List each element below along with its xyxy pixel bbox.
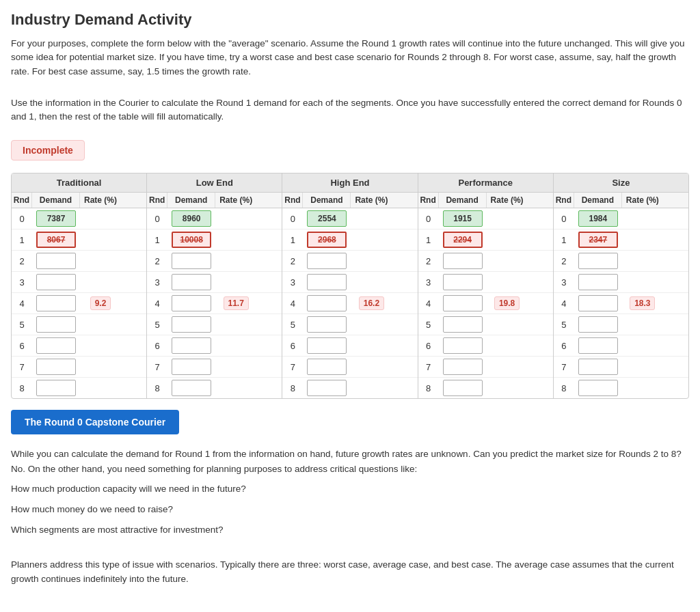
demand-input[interactable] — [578, 210, 618, 227]
cell-demand[interactable] — [439, 314, 487, 335]
demand-input[interactable] — [307, 337, 347, 354]
demand-input[interactable] — [36, 295, 76, 311]
cell-rnd: 1 — [147, 232, 167, 248]
demand-input[interactable] — [578, 359, 618, 375]
cell-demand[interactable] — [574, 314, 622, 335]
cell-demand[interactable] — [303, 293, 351, 314]
demand-input[interactable] — [443, 232, 483, 248]
demand-input[interactable] — [307, 210, 347, 227]
cell-demand[interactable] — [32, 293, 80, 314]
cell-demand[interactable] — [167, 208, 215, 229]
cell-demand[interactable] — [303, 314, 351, 335]
cell-demand[interactable] — [439, 208, 487, 229]
demand-input[interactable] — [307, 274, 347, 290]
cell-demand[interactable] — [303, 251, 351, 271]
demand-input[interactable] — [578, 380, 618, 396]
demand-input[interactable] — [578, 232, 618, 248]
cell-demand[interactable] — [303, 357, 351, 377]
table-row: 2 — [418, 251, 553, 272]
cell-demand[interactable] — [167, 251, 215, 271]
demand-input[interactable] — [578, 274, 618, 290]
cell-demand[interactable] — [574, 293, 622, 314]
cell-demand[interactable] — [439, 357, 487, 377]
demand-input[interactable] — [307, 380, 347, 396]
cell-demand[interactable] — [574, 378, 622, 398]
demand-input[interactable] — [36, 337, 76, 354]
demand-input[interactable] — [578, 316, 618, 333]
cell-rate: 9.2 — [80, 294, 121, 312]
cell-demand[interactable] — [32, 230, 80, 250]
demand-input[interactable] — [443, 316, 483, 333]
cell-demand[interactable] — [32, 378, 80, 398]
cell-demand[interactable] — [32, 272, 80, 292]
courier-button[interactable]: The Round 0 Capstone Courier — [11, 410, 179, 434]
demand-input[interactable] — [578, 253, 618, 269]
demand-input[interactable] — [36, 359, 76, 375]
demand-input[interactable] — [172, 380, 211, 396]
demand-input[interactable] — [443, 253, 483, 269]
demand-input[interactable] — [443, 359, 483, 375]
cell-demand[interactable] — [303, 378, 351, 398]
cell-demand[interactable] — [32, 357, 80, 377]
cell-demand[interactable] — [439, 230, 487, 250]
cell-demand[interactable] — [32, 208, 80, 229]
demand-input[interactable] — [36, 274, 76, 290]
demand-input[interactable] — [36, 380, 76, 396]
demand-input[interactable] — [578, 337, 618, 354]
demand-input[interactable] — [307, 232, 347, 248]
cell-demand[interactable] — [439, 378, 487, 398]
cell-demand[interactable] — [303, 230, 351, 250]
cell-rnd: 8 — [554, 380, 574, 396]
cell-demand[interactable] — [167, 357, 215, 377]
demand-input[interactable] — [36, 253, 76, 269]
bottom-paragraph-1: While you can calculate the demand for R… — [11, 447, 689, 476]
demand-input[interactable] — [172, 232, 211, 248]
cell-demand[interactable] — [32, 251, 80, 271]
cell-demand[interactable] — [167, 378, 215, 398]
cell-demand[interactable] — [167, 272, 215, 292]
cell-demand[interactable] — [574, 208, 622, 229]
cell-demand[interactable] — [167, 335, 215, 356]
cell-demand[interactable] — [167, 314, 215, 335]
cell-demand[interactable] — [32, 314, 80, 335]
cell-demand[interactable] — [574, 230, 622, 250]
cell-demand[interactable] — [167, 230, 215, 250]
demand-input[interactable] — [172, 274, 211, 290]
cell-demand[interactable] — [303, 208, 351, 229]
cell-rnd: 3 — [554, 275, 574, 290]
cell-demand[interactable] — [574, 251, 622, 271]
demand-input[interactable] — [307, 359, 347, 375]
cell-demand[interactable] — [574, 335, 622, 356]
demand-input[interactable] — [172, 337, 211, 354]
demand-input[interactable] — [443, 380, 483, 396]
demand-input[interactable] — [307, 253, 347, 269]
demand-input[interactable] — [36, 210, 76, 227]
table-row: 8 — [147, 378, 282, 398]
demand-input[interactable] — [443, 295, 483, 311]
cell-demand[interactable] — [574, 272, 622, 292]
demand-input[interactable] — [307, 295, 347, 311]
cell-demand[interactable] — [574, 357, 622, 377]
cell-rate — [622, 386, 663, 390]
cell-demand[interactable] — [303, 272, 351, 292]
demand-input[interactable] — [172, 316, 211, 333]
cell-demand[interactable] — [303, 335, 351, 356]
demand-input[interactable] — [36, 232, 76, 248]
cell-demand[interactable] — [439, 335, 487, 356]
demand-input[interactable] — [36, 316, 76, 333]
demand-input[interactable] — [172, 359, 211, 375]
demand-input[interactable] — [443, 274, 483, 290]
demand-input[interactable] — [578, 295, 618, 311]
cell-demand[interactable] — [439, 293, 487, 314]
demand-input[interactable] — [172, 210, 211, 227]
cell-demand[interactable] — [32, 335, 80, 356]
cell-demand[interactable] — [167, 293, 215, 314]
demand-input[interactable] — [443, 337, 483, 354]
demand-input[interactable] — [172, 295, 211, 311]
demand-input[interactable] — [172, 253, 211, 269]
demand-input[interactable] — [307, 316, 347, 333]
demand-input[interactable] — [443, 210, 483, 227]
segment-size: SizeRndDemandRate (%)0123418.35678 — [554, 173, 688, 398]
cell-demand[interactable] — [439, 251, 487, 271]
cell-demand[interactable] — [439, 272, 487, 292]
